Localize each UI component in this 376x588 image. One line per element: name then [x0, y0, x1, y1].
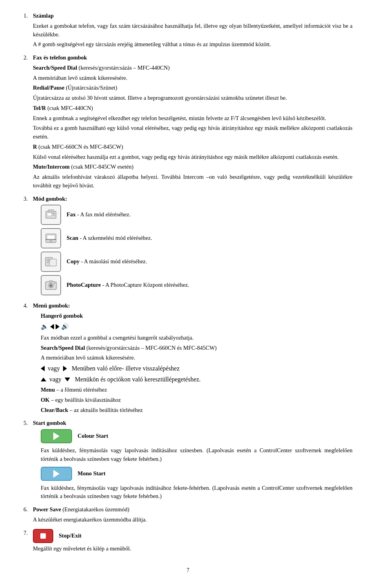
nav-down-icon	[65, 378, 70, 381]
section-2-body: Fax és telefon gombok Search/Speed Dial …	[33, 54, 352, 192]
page-number-text: 7	[187, 567, 190, 573]
section-4: 4. Menü gombok: Hangerő gombok 🔈 🔊 Fax m…	[24, 302, 352, 416]
section-3-body: Mód gombok: Fax - A fax mód eléréséhez.	[33, 195, 352, 299]
section-1-number: 1.	[24, 12, 33, 50]
section-4-title: Menü gombok:	[33, 302, 352, 310]
svg-rect-8	[49, 241, 52, 242]
scan-svg	[44, 232, 58, 245]
volume-icons-row: 🔈 🔊	[41, 322, 352, 331]
photo-button-icon	[41, 275, 61, 295]
section-6-body: Power Save (Energiatakarékos üzemmód) A …	[33, 505, 352, 526]
colour-start-button	[41, 429, 72, 443]
document-content: 1. Számlap Ezeket a gombokat telefon, va…	[24, 12, 352, 574]
section-2-para-4: Újratárcsázza az utolsó 30 hívott számot…	[33, 94, 352, 102]
section-4-para-2: Search/Speed Dial (keresés/gyorstárcsázá…	[41, 344, 352, 352]
copy-svg	[44, 255, 58, 268]
svg-rect-11	[47, 259, 51, 260]
section-2-title: Fax és telefon gombok	[33, 54, 352, 62]
section-6: 6. Power Save (Energiatakarékos üzemmód)…	[24, 505, 352, 526]
stop-exit-button	[33, 529, 53, 543]
section-2-para-7: Továbbá ez a gomb használható egy külső …	[33, 124, 352, 141]
colour-start-text: Colour Start	[78, 432, 108, 441]
section-2: 2. Fax és telefon gombok Search/Speed Di…	[24, 54, 352, 192]
section-1-body: Számlap Ezeket a gombokat telefon, vagy …	[33, 12, 352, 50]
arrow-right-icon	[56, 324, 60, 329]
section-6-desc: A készüléket energiatakarékos üzemmódba …	[33, 516, 352, 524]
colour-start-row: Colour Start	[41, 429, 352, 443]
section-1-para-2: A # gomb segítségével egy tárcsázás erej…	[33, 40, 352, 49]
section-2-para-2: A memóriában levő számok kikeresésére.	[33, 74, 352, 83]
nav-ud-desc: Menükön és opciókon való keresztüllépege…	[75, 375, 201, 384]
section-4-number: 4.	[24, 302, 33, 416]
svg-rect-10	[49, 259, 56, 266]
stop-exit-row: Stop/Exit	[33, 529, 352, 543]
mode-scan-text: Scan - A szkennelési mód eléréséhez.	[67, 234, 152, 243]
mode-copy-text: Copy - A másolási mód eléréséhez.	[67, 257, 147, 266]
mono-start-arrow	[53, 470, 60, 478]
section-2-para-8: R (csak MFC-660CN és MFC-845CW)	[33, 143, 352, 151]
mode-photo: PhotoCapture - A PhotoCapture Központ el…	[41, 275, 352, 295]
section-6-title: Power Save (Energiatakarékos üzemmód)	[33, 505, 352, 514]
section-4-menu-label: Menu – a főmenü eléréséhez	[41, 386, 352, 394]
arrow-icons-lr: vagy Menüben való előre- illetve visszal…	[41, 364, 352, 373]
section-2-para-3: Redial/Pause (Újratárcsázás/Szünet)	[33, 84, 352, 92]
arrow-icons-ud: vagy Menükön és opciókon való keresztüll…	[41, 375, 352, 384]
section-3: 3. Mód gombok: Fax - A fax mód eléréséhe…	[24, 195, 352, 299]
section-7-number: 7.	[24, 529, 33, 555]
mode-photo-text: PhotoCapture - A PhotoCapture Központ el…	[67, 281, 189, 290]
svg-rect-13	[47, 262, 49, 263]
mode-fax: Fax - A fax mód eléréséhez.	[41, 205, 352, 225]
nav-or-label: vagy	[48, 364, 60, 373]
svg-point-18	[54, 282, 55, 284]
mode-copy: Copy - A másolási mód eléréséhez.	[41, 252, 352, 272]
section-4-subheading: Hangerő gombok	[41, 312, 352, 320]
mono-start-button	[41, 467, 72, 481]
section-5: 5. Start gombok Colour Start Fax küldésh…	[24, 419, 352, 502]
section-4-ok-label: OK – egy beállítás kiválasztásához	[41, 396, 352, 405]
nav-left-icon	[41, 366, 45, 371]
section-4-para-3: A memóriában levő számok kikeresésére.	[41, 354, 352, 362]
section-4-back-label: Clear/Back – az aktuális beállítás törlé…	[41, 406, 352, 415]
section-5-colour-desc: Fax küldéshez, fénymásolás vagy lapolvas…	[41, 446, 352, 464]
speaker-low-icon: 🔈	[41, 322, 49, 331]
arrow-left-icon	[50, 324, 54, 329]
stop-exit-label: Stop/Exit	[59, 532, 81, 540]
scan-button-icon	[41, 228, 61, 248]
section-1-title: Számlap	[33, 12, 352, 20]
svg-rect-17	[49, 281, 53, 282]
colour-start-arrow	[53, 432, 60, 440]
section-5-title: Start gombok	[33, 419, 352, 428]
svg-rect-12	[47, 261, 51, 261]
svg-rect-4	[48, 210, 54, 212]
mono-start-text: Mono Start	[78, 469, 105, 478]
svg-rect-3	[52, 215, 55, 216]
section-7-body: Stop/Exit Megállít egy műveletet és kilé…	[33, 529, 352, 555]
section-6-number: 6.	[24, 505, 33, 526]
section-2-para-11: Az aktuális telefonhívást várakozó állap…	[33, 173, 352, 190]
mono-start-row: Mono Start	[41, 467, 352, 481]
nav-up-icon	[41, 378, 46, 381]
section-3-number: 3.	[24, 195, 33, 299]
copy-button-icon	[41, 252, 61, 272]
mode-fax-text: Fax - A fax mód eléréséhez.	[67, 210, 130, 219]
section-4-body: Menü gombok: Hangerő gombok 🔈 🔊 Fax módb…	[33, 302, 352, 416]
fax-svg	[44, 208, 58, 221]
nav-right-icon	[63, 366, 67, 371]
svg-rect-2	[52, 213, 55, 214]
section-2-para-6: Ennek a gombnak a segítségével elkezdhet…	[33, 114, 352, 123]
section-2-para-9: Külső vonal eléréséhez használja ezt a g…	[33, 153, 352, 162]
section-1-para-1: Ezeket a gombokat telefon, vagy fax szám…	[33, 22, 352, 39]
mode-scan: Scan - A szkennelési mód eléréséhez.	[41, 228, 352, 248]
speaker-high-icon: 🔊	[61, 322, 69, 331]
section-5-body: Start gombok Colour Start Fax küldéshez,…	[33, 419, 352, 502]
nav-or-label-2: vagy	[49, 375, 61, 384]
svg-point-16	[50, 284, 52, 287]
page-number: 7	[24, 566, 352, 574]
fax-button-icon	[41, 205, 61, 225]
section-2-para-1: Search/Speed Dial (keresés/gyorstárcsázá…	[33, 64, 352, 72]
section-5-number: 5.	[24, 419, 33, 502]
section-2-para-5: Tel/R (csak MFC-440CN)	[33, 104, 352, 113]
section-4-para-1: Fax módban ezzel a gombbal a csengetési …	[41, 334, 352, 342]
photo-svg	[44, 279, 58, 292]
section-1: 1. Számlap Ezeket a gombokat telefon, va…	[24, 12, 352, 50]
